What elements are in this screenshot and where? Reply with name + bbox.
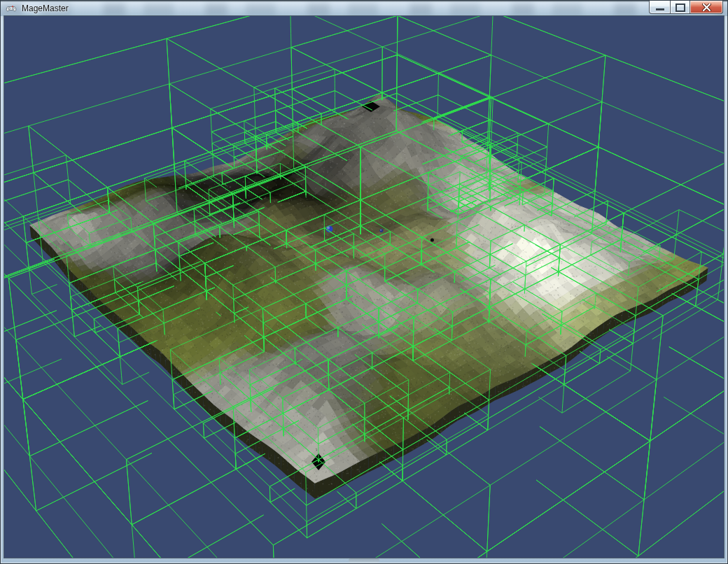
viewport-3d[interactable] xyxy=(4,16,724,558)
window-title: MageMaster xyxy=(22,3,69,13)
maximize-icon xyxy=(676,3,685,12)
app-window: MageMaster xyxy=(0,0,728,564)
close-button[interactable] xyxy=(690,1,723,14)
title-bar[interactable]: MageMaster xyxy=(1,1,727,16)
minimize-icon xyxy=(656,8,664,10)
minimize-button[interactable] xyxy=(649,1,671,14)
maximize-button[interactable] xyxy=(671,1,690,14)
close-icon xyxy=(702,3,711,11)
gamepad-icon xyxy=(6,3,17,14)
window-controls xyxy=(649,1,723,14)
resize-grip[interactable] xyxy=(349,558,379,563)
